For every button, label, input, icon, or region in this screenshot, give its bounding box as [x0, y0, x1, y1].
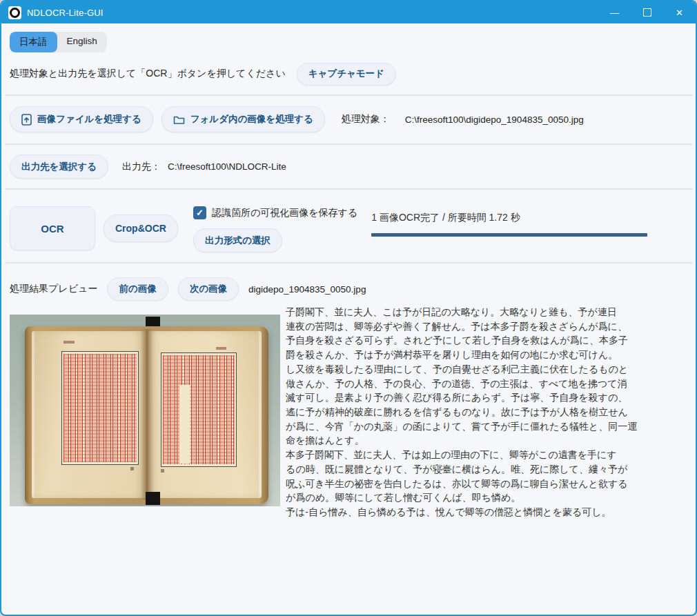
- process-image-file-button[interactable]: 画像ファイルを処理する: [10, 106, 153, 132]
- language-japanese-button[interactable]: 日本語: [10, 32, 57, 52]
- target-label: 処理対象：: [342, 113, 390, 126]
- blank-column-gap: [179, 385, 190, 464]
- process-folder-label: フォルダ内の画像を処理する: [190, 113, 313, 126]
- separator: [5, 262, 692, 264]
- file-upload-icon: [21, 114, 32, 126]
- preview-controls-row: 処理結果プレビュー 前の画像 次の画像 digidepo_1904835_005…: [10, 277, 687, 301]
- progress-bar: [371, 233, 647, 237]
- left-page-number-mark: [130, 467, 134, 470]
- titlebar: NDLOCR-Lite-GUI — ✕: [1, 1, 696, 23]
- save-visualization-label: 認識箇所の可視化画像を保存する: [212, 207, 357, 219]
- target-path: C:\freesoft100\digidepo_1904835_0050.jpg: [405, 115, 584, 125]
- right-page-number-mark: [161, 469, 164, 473]
- window-title: NDLOCR-Lite-GUI: [27, 8, 104, 18]
- previous-image-button[interactable]: 前の画像: [107, 277, 168, 301]
- detected-text-region-right: [161, 352, 237, 467]
- save-visualization-option[interactable]: ✓ 認識箇所の可視化画像を保存する: [193, 206, 357, 219]
- detected-line-boxes: [163, 355, 235, 464]
- output-path: C:\freesoft100\NDLOCR-Lite: [168, 161, 286, 172]
- progress-bar-fill: [371, 233, 647, 237]
- ocr-result-text: 子爵閣下、並に夫人、こは予が日記の大略なり。大略なりと雖も、予が連日 連夜の苦悶…: [286, 305, 686, 519]
- separator: [5, 143, 692, 145]
- maximize-icon: [643, 8, 651, 17]
- capture-mode-button[interactable]: キャプチャモード: [297, 63, 396, 86]
- window-controls: — ✕: [598, 1, 696, 23]
- detected-line-boxes: [63, 354, 137, 462]
- next-image-button[interactable]: 次の画像: [178, 277, 239, 301]
- separator: [5, 188, 692, 190]
- folder-icon: [173, 115, 185, 125]
- ocr-action-row: OCR Crop&OCR ✓ 認識箇所の可視化画像を保存する 出力形式の選択 1…: [10, 202, 687, 252]
- maximize-button[interactable]: [631, 1, 663, 23]
- crop-ocr-button[interactable]: Crop&OCR: [104, 215, 178, 242]
- minimize-button[interactable]: —: [598, 1, 631, 23]
- preview-filename: digidepo_1904835_0050.jpg: [248, 284, 366, 295]
- output-selection-row: 出力先を選択する 出力先： C:\freesoft100\NDLOCR-Lite: [10, 155, 687, 179]
- book-strap-bottom: [146, 492, 160, 505]
- ring-icon: [10, 8, 20, 18]
- instruction-text: 処理対象と出力先を選択して「OCR」ボタンを押してください: [10, 68, 286, 80]
- process-image-file-label: 画像ファイルを処理する: [37, 113, 141, 126]
- app-window: NDLOCR-Lite-GUI — ✕ 日本語 English 処理対象と出力先…: [0, 0, 697, 616]
- main-content: 日本語 English 処理対象と出力先を選択して「OCR」ボタンを押してくださ…: [1, 32, 696, 519]
- checkbox-checked-icon[interactable]: ✓: [193, 206, 206, 219]
- ocr-options-column: ✓ 認識箇所の可視化画像を保存する 出力形式の選択: [193, 202, 357, 252]
- output-label: 出力先：: [122, 161, 161, 173]
- book-gutter-shadow: [141, 329, 153, 500]
- preview-content: 子爵閣下、並に夫人、こは予が日記の大略なり。大略なりと雖も、予が連日 連夜の苦悶…: [10, 305, 687, 519]
- input-selection-row: 画像ファイルを処理する フォルダ内の画像を処理する 処理対象： C:\frees…: [10, 106, 687, 132]
- ocr-button[interactable]: OCR: [10, 206, 95, 250]
- book-scan-preview-image: [10, 315, 280, 506]
- language-english-button[interactable]: English: [57, 32, 107, 52]
- process-folder-button[interactable]: フォルダ内の画像を処理する: [161, 106, 325, 132]
- instruction-row: 処理対象と出力先を選択して「OCR」ボタンを押してください キャプチャモード: [10, 63, 687, 84]
- right-page-header-mark: [216, 347, 226, 350]
- status-column: 1 画像OCR完了 / 所要時間 1.72 秒: [371, 212, 647, 237]
- close-button[interactable]: ✕: [663, 1, 696, 23]
- detected-text-region-left: [61, 351, 139, 465]
- separator: [5, 95, 692, 96]
- app-icon: [8, 6, 21, 19]
- language-toggle-group: 日本語 English: [10, 32, 107, 52]
- select-output-button[interactable]: 出力先を選択する: [10, 155, 108, 179]
- language-toggle-row: 日本語 English: [10, 32, 687, 52]
- ocr-status-text: 1 画像OCR完了 / 所要時間 1.72 秒: [371, 212, 647, 224]
- preview-label: 処理結果プレビュー: [10, 283, 97, 295]
- output-format-button[interactable]: 出力形式の選択: [193, 228, 282, 252]
- left-page-header-mark: [63, 341, 75, 344]
